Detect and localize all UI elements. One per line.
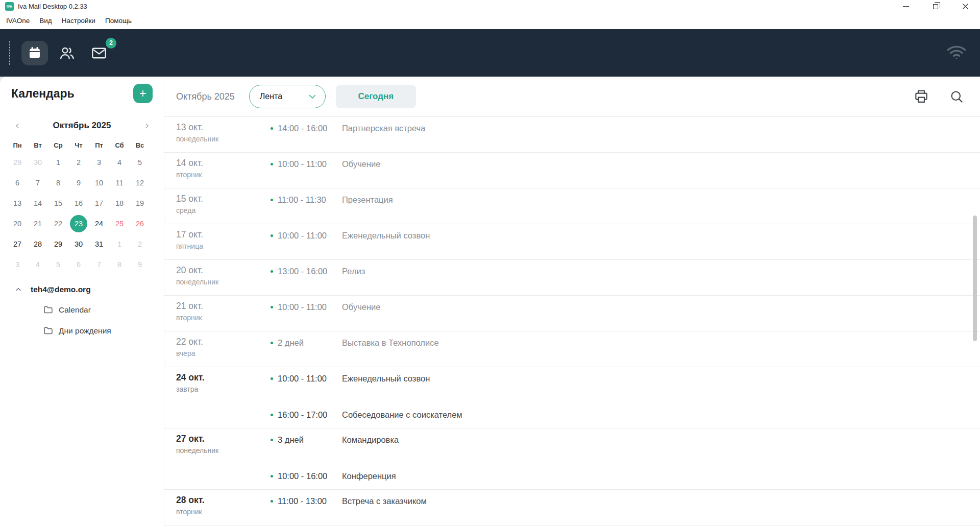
calendar-day[interactable]: 28 — [28, 234, 48, 254]
folder-item-1[interactable]: Дни рождения — [43, 325, 164, 336]
calendar-day[interactable]: 26 — [130, 213, 150, 234]
event-item[interactable]: 14:00 - 16:00Партнерская встреча — [269, 122, 425, 134]
event-item[interactable]: 10:00 - 11:00Обучение — [269, 158, 380, 170]
event-item[interactable]: 10:00 - 16:00Конференция — [269, 470, 399, 482]
plus-icon — [138, 89, 148, 98]
calendar-day[interactable]: 30 — [68, 234, 89, 254]
calendar-day[interactable]: 25 — [109, 213, 130, 234]
print-button[interactable] — [913, 88, 929, 105]
contacts-nav-button[interactable] — [54, 41, 80, 65]
calendar-day[interactable]: 3 — [7, 254, 28, 275]
event-item[interactable]: 11:00 - 11:30Презентация — [269, 194, 393, 206]
search-button[interactable] — [948, 88, 965, 105]
event-item[interactable]: 10:00 - 11:00Обучение — [269, 301, 380, 313]
calendar-day[interactable]: 12 — [130, 173, 150, 193]
calendar-day[interactable]: 18 — [109, 193, 130, 213]
event-date: 24 окт. — [176, 372, 269, 383]
event-item[interactable]: 10:00 - 11:00Еженедельный созвон — [269, 372, 462, 385]
calendar-day[interactable]: 9 — [68, 173, 89, 193]
calendar-day[interactable]: 10 — [89, 173, 109, 193]
scrollbar-thumb[interactable] — [973, 216, 977, 341]
event-title: Собеседование с соискателем — [342, 410, 462, 420]
calendar-day[interactable]: 29 — [48, 234, 68, 254]
next-month-button[interactable] — [141, 121, 152, 131]
calendar-day[interactable]: 31 — [89, 234, 109, 254]
account-row[interactable]: teh4@demo.org — [0, 285, 164, 294]
prev-month-button[interactable] — [12, 121, 22, 131]
event-item[interactable]: 16:00 - 17:00Собеседование с соискателем — [269, 409, 462, 421]
calendar-day-number: 8 — [50, 174, 67, 192]
event-bullet-icon — [271, 475, 273, 477]
menu-item-1[interactable]: Вид — [38, 15, 53, 26]
calendar-day-number: 5 — [131, 154, 149, 171]
mail-nav-button[interactable]: 2 — [86, 41, 112, 65]
calendar-day[interactable]: 2 — [130, 234, 150, 254]
event-row: 21 окт.вторник10:00 - 11:00Обучение — [164, 296, 980, 331]
calendar-day[interactable]: 7 — [89, 254, 109, 275]
calendar-day[interactable]: 5 — [48, 254, 68, 275]
add-event-button[interactable] — [133, 84, 153, 103]
close-button[interactable] — [950, 0, 980, 12]
event-bullet-icon — [271, 163, 273, 165]
calendar-day-number: 17 — [90, 195, 108, 212]
event-time: 10:00 - 11:00 — [278, 231, 342, 241]
menu-item-0[interactable]: IVAOne — [5, 15, 31, 26]
calendar-day[interactable]: 17 — [89, 193, 109, 213]
event-title: Обучение — [342, 159, 380, 169]
menu-item-2[interactable]: Настройки — [61, 15, 96, 26]
calendar-day[interactable]: 19 — [130, 193, 150, 213]
calendar-day-number: 29 — [50, 235, 67, 253]
event-title: Презентация — [342, 195, 393, 205]
restore-button[interactable] — [921, 0, 950, 12]
calendar-day[interactable]: 3 — [89, 152, 109, 173]
calendar-day[interactable]: 1 — [48, 152, 68, 173]
calendar-day[interactable]: 13 — [7, 193, 28, 213]
calendar-day[interactable]: 22 — [48, 213, 68, 234]
calendar-nav-button[interactable] — [21, 41, 48, 65]
calendar-day[interactable]: 24 — [89, 213, 109, 234]
calendar-day[interactable]: 29 — [7, 152, 28, 173]
event-item[interactable]: 2 днейВыставка в Технополисе — [269, 337, 439, 349]
event-item[interactable]: 10:00 - 11:00Еженедельный созвон — [269, 229, 430, 242]
calendar-day[interactable]: 20 — [7, 213, 28, 234]
menu-item-3[interactable]: Помощь — [104, 15, 133, 26]
calendar-day[interactable]: 9 — [130, 254, 150, 275]
calendar-day[interactable]: 16 — [68, 193, 89, 213]
event-date-block: 28 окт.вторник — [176, 490, 269, 525]
calendar-day[interactable]: 15 — [48, 193, 68, 213]
calendar-day[interactable]: 4 — [28, 254, 48, 275]
calendar-day-number: 28 — [29, 235, 46, 253]
calendar-day[interactable]: 27 — [7, 234, 28, 254]
event-date: 17 окт. — [176, 229, 269, 240]
calendar-day[interactable]: 6 — [68, 254, 89, 275]
calendar-day[interactable]: 1 — [109, 234, 130, 254]
event-weekday: вторник — [176, 171, 269, 179]
minimize-button[interactable] — [891, 0, 921, 12]
window-title: Iva Mail Desktop 0.2.33 — [18, 3, 87, 10]
calendar-day[interactable]: 11 — [109, 173, 130, 193]
folder-item-0[interactable]: Calendar — [43, 304, 164, 315]
view-mode-select[interactable]: Лента — [249, 85, 326, 108]
event-item[interactable]: 11:00 - 13:00Встреча с заказчиком — [269, 495, 427, 507]
event-time: 3 дней — [278, 435, 342, 445]
calendar-day[interactable]: 14 — [28, 193, 48, 213]
calendar-day[interactable]: 6 — [7, 173, 28, 193]
event-item[interactable]: 13:00 - 16:00Релиз — [269, 265, 365, 277]
calendar-day[interactable]: 8 — [48, 173, 68, 193]
main-header: Октябрь 2025 Лента Сегодня — [164, 77, 980, 116]
calendar-day[interactable]: 21 — [28, 213, 48, 234]
event-item[interactable]: 3 днейКомандировка — [269, 434, 399, 446]
calendar-day[interactable]: 5 — [130, 152, 150, 173]
event-date: 15 окт. — [176, 194, 269, 204]
calendar-day[interactable]: 23 — [68, 213, 89, 234]
calendar-day[interactable]: 4 — [109, 152, 130, 173]
calendar-day[interactable]: 30 — [28, 152, 48, 173]
calendar-day[interactable]: 7 — [28, 173, 48, 193]
main-area: Октябрь 2025 Лента Сегодня — [164, 77, 980, 526]
today-button[interactable]: Сегодня — [336, 85, 416, 108]
event-date-block: 17 окт.пятница — [176, 224, 269, 259]
calendar-day[interactable]: 2 — [68, 152, 89, 173]
drag-handle[interactable] — [9, 41, 11, 65]
calendar-day[interactable]: 8 — [109, 254, 130, 275]
calendar-day-number: 6 — [70, 256, 87, 273]
